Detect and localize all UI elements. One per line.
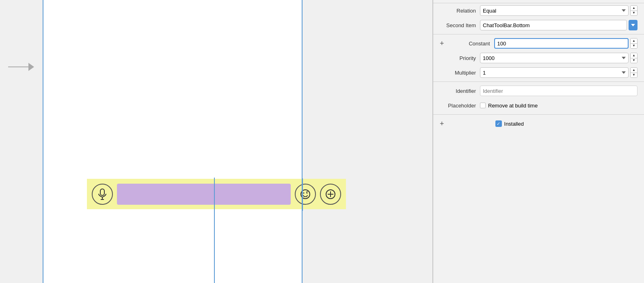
constraint-bar-right (302, 178, 303, 211)
relation-select[interactable]: Equal (480, 5, 629, 16)
multiplier-stepper-down[interactable]: ▼ (631, 73, 637, 78)
multiplier-row: Multiplier 1 ▲ ▼ (433, 65, 644, 80)
constant-label: Constant (447, 41, 494, 47)
multiplier-select[interactable]: 1 (480, 67, 629, 78)
constant-row: + Constant ▲ ▼ (433, 36, 644, 51)
svg-rect-0 (100, 189, 104, 195)
relation-stepper[interactable]: ▲ ▼ (630, 5, 638, 16)
properties-panel: Relation Equal ▲ ▼ Second Item ChatToolB… (433, 0, 644, 283)
identifier-row: Identifier (433, 84, 644, 98)
installed-row: + ✓ Installed (433, 116, 644, 131)
placeholder-row: Placeholder Remove at build time (433, 98, 644, 113)
relation-stepper-down[interactable]: ▼ (631, 11, 637, 16)
cursor-line (214, 178, 215, 283)
multiplier-stepper[interactable]: ▲ ▼ (630, 67, 638, 78)
constant-control: ▲ ▼ (494, 38, 638, 49)
divider-1 (433, 34, 644, 34)
priority-control: 1000 ▲ ▼ (480, 53, 638, 63)
placeholder-control: Remove at build time (480, 103, 538, 109)
canvas-area (0, 0, 433, 283)
placeholder-checkbox[interactable] (480, 103, 486, 108)
priority-row: Priority 1000 ▲ ▼ (433, 51, 644, 65)
divider-2 (433, 81, 644, 82)
mic-button[interactable] (92, 184, 113, 205)
emoji-button[interactable] (295, 184, 316, 205)
second-item-select[interactable]: ChatToolBar.Bottom (480, 20, 627, 30)
identifier-input[interactable] (480, 86, 638, 96)
text-input-field[interactable] (117, 184, 291, 205)
svg-point-5 (307, 192, 308, 193)
relation-label: Relation (433, 8, 480, 14)
multiplier-control: 1 ▲ ▼ (480, 67, 638, 78)
constant-stepper-up[interactable]: ▲ (631, 39, 637, 44)
svg-line-6 (306, 191, 308, 192)
add-button[interactable] (320, 184, 341, 205)
priority-stepper-up[interactable]: ▲ (631, 53, 637, 58)
relation-control: Equal ▲ ▼ (480, 5, 638, 16)
multiplier-stepper-up[interactable]: ▲ (631, 68, 637, 73)
divider-3 (433, 114, 644, 115)
constant-stepper-down[interactable]: ▼ (631, 44, 637, 49)
second-item-row: Second Item ChatToolBar.Bottom (433, 18, 644, 32)
installed-check-label: Installed (504, 121, 524, 127)
identifier-control (480, 86, 638, 96)
second-item-control: ChatToolBar.Bottom (480, 20, 638, 30)
constant-stepper[interactable]: ▲ ▼ (630, 38, 638, 49)
placeholder-label: Placeholder (433, 103, 480, 109)
second-item-blue-btn[interactable] (629, 20, 638, 30)
chat-toolbar (87, 179, 346, 209)
identifier-label: Identifier (433, 88, 480, 94)
installed-plus-btn[interactable]: + (440, 120, 444, 127)
placeholder-check-label: Remove at build time (488, 103, 538, 109)
multiplier-label: Multiplier (433, 70, 480, 76)
constant-input[interactable] (494, 38, 629, 49)
relation-stepper-up[interactable]: ▲ (631, 6, 637, 11)
relation-row: Relation Equal ▲ ▼ (433, 3, 644, 18)
iphone-frame (43, 0, 303, 283)
priority-stepper-down[interactable]: ▼ (631, 58, 637, 63)
priority-label: Priority (433, 55, 480, 61)
arrow-indicator (8, 63, 34, 71)
priority-stepper[interactable]: ▲ ▼ (630, 53, 638, 63)
priority-select[interactable]: 1000 (480, 53, 629, 63)
constant-plus-btn[interactable]: + (440, 40, 444, 47)
second-item-label: Second Item (433, 22, 480, 28)
installed-control: ✓ Installed (495, 120, 524, 127)
svg-point-4 (303, 192, 305, 193)
installed-checkbox[interactable]: ✓ (495, 120, 502, 127)
